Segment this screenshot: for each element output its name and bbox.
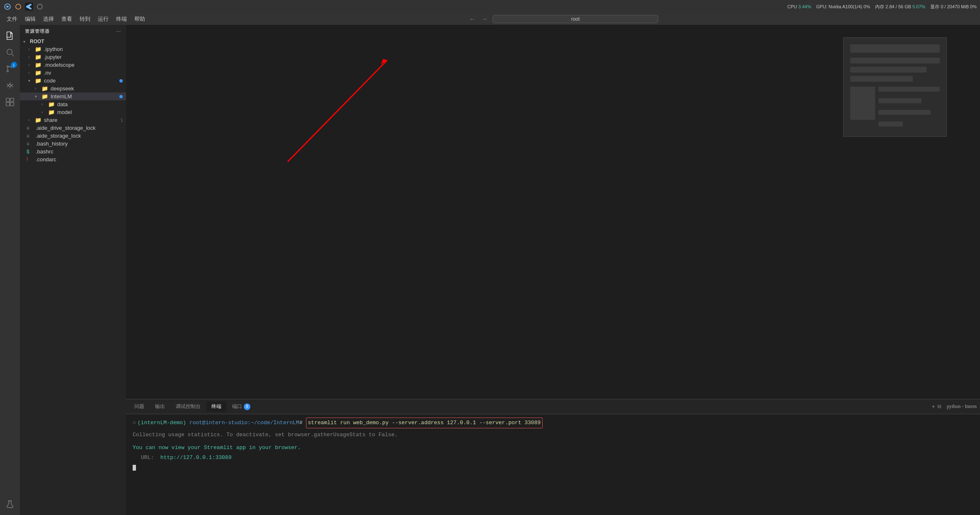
terminal-body[interactable]: ○ (internLM-demo) root@intern-studio :~/… <box>126 414 980 515</box>
menu-goto[interactable]: 转到 <box>76 15 94 24</box>
jupyter-arrow: › <box>28 55 35 59</box>
activity-search[interactable] <box>2 45 17 60</box>
tree-aide-drive[interactable]: ≡ .aide_drive_storage_lock <box>20 124 126 132</box>
data-arrow: › <box>41 102 48 107</box>
menu-file[interactable]: 文件 <box>3 15 21 24</box>
terminal-panel: 问题 输出 调试控制台 终端 端口8 + ⊟ python - Intern ○… <box>126 399 980 515</box>
condarc-label: .condarc <box>36 156 56 163</box>
model-arrow: › <box>41 110 48 114</box>
ipython-arrow: › <box>28 47 35 51</box>
svg-rect-14 <box>10 98 14 102</box>
menu-terminal[interactable]: 终端 <box>113 15 130 24</box>
tree-ipython[interactable]: › 📁 .ipython <box>20 45 126 53</box>
term-prompt-line: ○ (internLM-demo) root@intern-studio :~/… <box>133 418 973 428</box>
search-bar[interactable]: root <box>492 15 658 23</box>
svg-point-5 <box>7 49 12 55</box>
aide-drive-label: .aide_drive_storage_lock <box>36 125 96 131</box>
term-command: streamlit run web_demo.py --server.addre… <box>306 418 543 428</box>
tree-data[interactable]: › 📁 data <box>20 100 126 108</box>
menu-select[interactable]: 选择 <box>40 15 57 24</box>
tree-share[interactable]: › 📁 share ⤵ <box>20 116 126 124</box>
term-output: Collecting usage statistics. To deactiva… <box>133 431 398 439</box>
title-bar-left <box>3 2 44 11</box>
aide-storage-label: .aide_storage_lock <box>36 133 81 139</box>
tab-terminal[interactable]: 终端 <box>206 401 226 412</box>
tree-nv[interactable]: › 📁 .nv <box>20 69 126 77</box>
code-arrow: ▾ <box>28 78 35 83</box>
term-streamlit-msg-line: You can now view your Streamlit app in y… <box>133 442 973 452</box>
file-dollar-icon: $ <box>27 149 34 155</box>
internlm-badge <box>119 95 123 98</box>
nav-forward[interactable]: → <box>480 15 489 23</box>
folder-icon: 📁 <box>35 62 42 68</box>
file-list-icon: ≡ <box>27 125 34 131</box>
sync-icon[interactable] <box>14 2 22 11</box>
internlm-label: InternLM <box>51 93 72 100</box>
editor-area: 问题 输出 调试控制台 终端 端口8 + ⊟ python - Intern ○… <box>126 25 980 515</box>
activity-extensions[interactable] <box>2 95 17 109</box>
preview-line-2 <box>850 67 927 73</box>
menu-view[interactable]: 查看 <box>58 15 75 24</box>
disk-stat: 显存 0 / 20470 MiB 0% <box>930 4 977 10</box>
folder-icon: 📁 <box>41 93 49 100</box>
folder-icon: 📁 <box>35 70 42 76</box>
menu-run[interactable]: 运行 <box>95 15 112 24</box>
tree-aide-storage[interactable]: ≡ .aide_storage_lock <box>20 132 126 140</box>
tree-internlm[interactable]: ▾ 📁 InternLM <box>20 92 126 100</box>
activity-bar: 1 <box>0 25 20 515</box>
tree-bash-history[interactable]: ≡ .bash_history <box>20 140 126 148</box>
root-label: ROOT <box>30 39 44 44</box>
share-label: share <box>44 117 58 123</box>
preview-side-line-4 <box>878 121 903 126</box>
nav-back[interactable]: ← <box>468 15 477 23</box>
menu-help[interactable]: 帮助 <box>131 15 148 24</box>
modelscope-label: .modelscope <box>44 62 75 68</box>
tree-jupyter[interactable]: › 📁 .jupyter <box>20 53 126 61</box>
term-output-line: Collecting usage statistics. To deactiva… <box>133 431 973 439</box>
tab-problems[interactable]: 问题 <box>129 401 149 412</box>
tree-code[interactable]: ▾ 📁 code <box>20 77 126 85</box>
tree-bashrc[interactable]: $ .bashrc <box>20 148 126 155</box>
tab-ports[interactable]: 端口8 <box>227 401 255 412</box>
data-label: data <box>57 101 68 107</box>
preview-side-line-1 <box>878 87 940 92</box>
sidebar-header: 资源管理器 ··· <box>20 25 126 38</box>
tab-output[interactable]: 输出 <box>150 401 170 412</box>
svg-rect-13 <box>6 98 10 102</box>
tree-condarc[interactable]: ! .condarc <box>20 155 126 163</box>
ipython-label: .ipython <box>44 46 63 52</box>
preview-line-1 <box>850 58 940 63</box>
modelscope-arrow: › <box>28 63 35 67</box>
activity-flask[interactable] <box>2 497 17 512</box>
term-path: :~/code/InternLM <box>247 419 299 427</box>
menu-edit[interactable]: 编辑 <box>22 15 39 24</box>
root-arrow: ▾ <box>23 39 30 44</box>
folder-icon: 📁 <box>48 109 56 115</box>
tree-root[interactable]: ▾ ROOT <box>20 38 126 45</box>
tab-debug[interactable]: 调试控制台 <box>171 401 206 412</box>
folder-icon: 📁 <box>35 117 42 123</box>
tree-modelscope[interactable]: › 📁 .modelscope <box>20 61 126 69</box>
nv-label: .nv <box>44 70 51 76</box>
sidebar-title: 资源管理器 <box>25 28 50 34</box>
circle-icon[interactable] <box>36 2 44 11</box>
deepseek-arrow: › <box>35 86 41 91</box>
preview-panel <box>843 37 947 137</box>
svg-point-9 <box>7 70 9 72</box>
bash-history-label: .bash_history <box>36 141 68 147</box>
folder-icon: 📁 <box>48 101 56 107</box>
folder-icon: 📁 <box>35 54 42 60</box>
activity-git[interactable]: 1 <box>2 61 17 76</box>
share-arrow: › <box>28 118 35 122</box>
terminal-split[interactable]: ⊟ <box>938 403 941 410</box>
tree-deepseek[interactable]: › 📁 deepseek <box>20 85 126 92</box>
terminal-actions: + ⊟ python - Intern <box>931 403 977 410</box>
terminal-add[interactable]: + <box>931 403 935 410</box>
tree-model[interactable]: › 📁 model <box>20 108 126 116</box>
sidebar-options[interactable]: ··· <box>116 29 121 34</box>
activity-files[interactable] <box>2 28 17 43</box>
activity-debug[interactable] <box>2 78 17 93</box>
deepseek-label: deepseek <box>51 85 74 92</box>
svg-point-10 <box>9 84 11 87</box>
term-cursor <box>133 465 136 471</box>
